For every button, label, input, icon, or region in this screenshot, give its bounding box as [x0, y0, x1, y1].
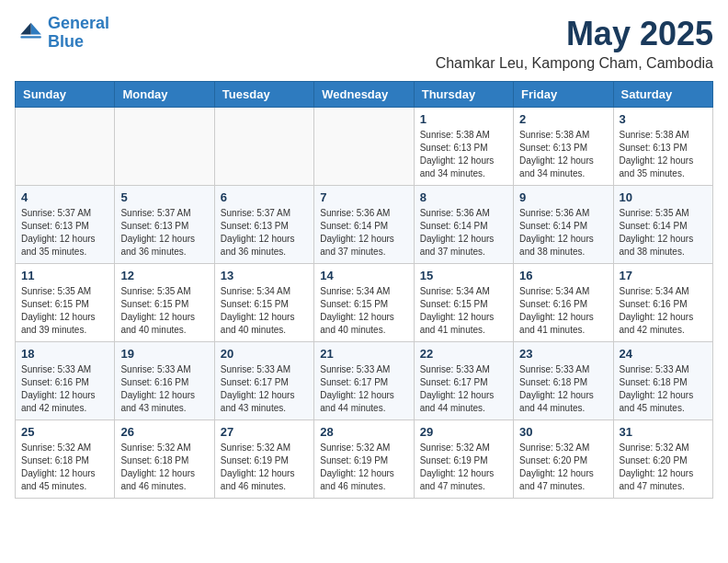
day-info: Sunrise: 5:33 AM Sunset: 6:18 PM Dayligh… [519, 363, 607, 415]
logo-icon [15, 18, 44, 48]
day-info: Sunrise: 5:33 AM Sunset: 6:17 PM Dayligh… [420, 363, 507, 415]
calendar-cell: 19Sunrise: 5:33 AM Sunset: 6:16 PM Dayli… [115, 342, 214, 420]
day-info: Sunrise: 5:38 AM Sunset: 6:13 PM Dayligh… [420, 129, 507, 180]
calendar-cell: 18Sunrise: 5:33 AM Sunset: 6:16 PM Dayli… [16, 342, 115, 420]
weekday-header: Friday [514, 82, 613, 108]
day-number: 10 [620, 190, 707, 204]
day-number: 3 [620, 112, 707, 126]
calendar-cell: 2Sunrise: 5:38 AM Sunset: 6:13 PM Daylig… [514, 108, 613, 186]
day-info: Sunrise: 5:37 AM Sunset: 6:13 PM Dayligh… [21, 207, 108, 259]
calendar-table: SundayMondayTuesdayWednesdayThursdayFrid… [15, 81, 713, 499]
day-info: Sunrise: 5:32 AM Sunset: 6:18 PM Dayligh… [21, 442, 108, 493]
svg-marker-1 [20, 23, 30, 35]
day-number: 15 [420, 269, 507, 282]
calendar-cell: 17Sunrise: 5:34 AM Sunset: 6:16 PM Dayli… [613, 264, 712, 342]
day-number: 28 [320, 425, 407, 439]
logo-general: General [48, 14, 109, 32]
day-number: 9 [519, 190, 607, 204]
calendar-cell: 16Sunrise: 5:34 AM Sunset: 6:16 PM Dayli… [514, 264, 613, 342]
day-info: Sunrise: 5:35 AM Sunset: 6:15 PM Dayligh… [21, 285, 108, 337]
day-info: Sunrise: 5:34 AM Sunset: 6:15 PM Dayligh… [221, 285, 308, 337]
calendar-cell: 26Sunrise: 5:32 AM Sunset: 6:18 PM Dayli… [115, 420, 214, 499]
calendar-cell [16, 108, 115, 186]
day-number: 21 [320, 347, 407, 361]
day-info: Sunrise: 5:38 AM Sunset: 6:13 PM Dayligh… [620, 129, 707, 180]
day-info: Sunrise: 5:32 AM Sunset: 6:18 PM Dayligh… [120, 442, 208, 493]
weekday-header: Saturday [613, 82, 712, 108]
calendar-cell: 11Sunrise: 5:35 AM Sunset: 6:15 PM Dayli… [16, 264, 115, 342]
calendar-cell: 31Sunrise: 5:32 AM Sunset: 6:20 PM Dayli… [613, 420, 712, 499]
calendar-week-row: 11Sunrise: 5:35 AM Sunset: 6:15 PM Dayli… [16, 264, 713, 342]
weekday-header: Tuesday [214, 82, 313, 108]
calendar-cell: 13Sunrise: 5:34 AM Sunset: 6:15 PM Dayli… [214, 264, 313, 342]
day-number: 7 [320, 190, 407, 204]
day-info: Sunrise: 5:33 AM Sunset: 6:16 PM Dayligh… [21, 363, 108, 415]
day-info: Sunrise: 5:32 AM Sunset: 6:19 PM Dayligh… [320, 442, 407, 493]
calendar-cell [115, 108, 214, 186]
day-info: Sunrise: 5:34 AM Sunset: 6:16 PM Dayligh… [519, 285, 607, 337]
calendar-cell: 10Sunrise: 5:35 AM Sunset: 6:14 PM Dayli… [613, 186, 712, 264]
day-number: 24 [620, 347, 707, 361]
svg-marker-0 [31, 23, 41, 35]
day-info: Sunrise: 5:33 AM Sunset: 6:17 PM Dayligh… [320, 363, 407, 415]
weekday-header: Thursday [414, 82, 513, 108]
day-number: 30 [519, 425, 607, 439]
day-number: 6 [221, 190, 308, 204]
weekday-header: Monday [115, 82, 214, 108]
calendar-week-row: 1Sunrise: 5:38 AM Sunset: 6:13 PM Daylig… [16, 108, 713, 186]
day-info: Sunrise: 5:32 AM Sunset: 6:20 PM Dayligh… [620, 442, 707, 493]
calendar-header-row: SundayMondayTuesdayWednesdayThursdayFrid… [16, 82, 713, 108]
logo-text: General Blue [48, 15, 109, 52]
calendar-cell: 28Sunrise: 5:32 AM Sunset: 6:19 PM Dayli… [314, 420, 414, 499]
calendar-week-row: 25Sunrise: 5:32 AM Sunset: 6:18 PM Dayli… [16, 420, 713, 499]
calendar-cell: 29Sunrise: 5:32 AM Sunset: 6:19 PM Dayli… [414, 420, 513, 499]
day-number: 23 [519, 347, 607, 361]
calendar-cell: 8Sunrise: 5:36 AM Sunset: 6:14 PM Daylig… [414, 186, 513, 264]
calendar-cell: 14Sunrise: 5:34 AM Sunset: 6:15 PM Dayli… [314, 264, 414, 342]
day-info: Sunrise: 5:32 AM Sunset: 6:19 PM Dayligh… [420, 442, 507, 493]
weekday-header: Sunday [16, 82, 115, 108]
day-number: 1 [420, 112, 507, 126]
calendar-cell: 4Sunrise: 5:37 AM Sunset: 6:13 PM Daylig… [16, 186, 115, 264]
day-info: Sunrise: 5:34 AM Sunset: 6:15 PM Dayligh… [320, 285, 407, 337]
day-number: 17 [620, 269, 707, 282]
day-number: 31 [620, 425, 707, 439]
day-info: Sunrise: 5:37 AM Sunset: 6:13 PM Dayligh… [120, 207, 208, 259]
day-number: 19 [120, 347, 208, 361]
calendar-cell [314, 108, 414, 186]
day-number: 27 [221, 425, 308, 439]
calendar-cell: 15Sunrise: 5:34 AM Sunset: 6:15 PM Dayli… [414, 264, 513, 342]
calendar-cell: 9Sunrise: 5:36 AM Sunset: 6:14 PM Daylig… [514, 186, 613, 264]
calendar-cell: 21Sunrise: 5:33 AM Sunset: 6:17 PM Dayli… [314, 342, 414, 420]
day-info: Sunrise: 5:35 AM Sunset: 6:15 PM Dayligh… [120, 285, 208, 337]
calendar-cell: 20Sunrise: 5:33 AM Sunset: 6:17 PM Dayli… [214, 342, 313, 420]
calendar-cell: 6Sunrise: 5:37 AM Sunset: 6:13 PM Daylig… [214, 186, 313, 264]
svg-rect-2 [20, 36, 40, 38]
calendar-cell: 22Sunrise: 5:33 AM Sunset: 6:17 PM Dayli… [414, 342, 513, 420]
day-number: 8 [420, 190, 507, 204]
day-number: 4 [21, 190, 108, 204]
calendar-cell: 23Sunrise: 5:33 AM Sunset: 6:18 PM Dayli… [514, 342, 613, 420]
month-title: May 2025 [436, 15, 713, 53]
calendar-cell: 5Sunrise: 5:37 AM Sunset: 6:13 PM Daylig… [115, 186, 214, 264]
day-info: Sunrise: 5:34 AM Sunset: 6:16 PM Dayligh… [620, 285, 707, 337]
day-info: Sunrise: 5:36 AM Sunset: 6:14 PM Dayligh… [420, 207, 507, 259]
day-info: Sunrise: 5:36 AM Sunset: 6:14 PM Dayligh… [519, 207, 607, 259]
day-number: 13 [221, 269, 308, 282]
calendar-cell: 3Sunrise: 5:38 AM Sunset: 6:13 PM Daylig… [613, 108, 712, 186]
location-title: Chamkar Leu, Kampong Cham, Cambodia [436, 55, 713, 72]
calendar-cell: 1Sunrise: 5:38 AM Sunset: 6:13 PM Daylig… [414, 108, 513, 186]
day-info: Sunrise: 5:35 AM Sunset: 6:14 PM Dayligh… [620, 207, 707, 259]
day-number: 12 [120, 269, 208, 282]
calendar-cell: 24Sunrise: 5:33 AM Sunset: 6:18 PM Dayli… [613, 342, 712, 420]
day-number: 11 [21, 269, 108, 282]
day-info: Sunrise: 5:36 AM Sunset: 6:14 PM Dayligh… [320, 207, 407, 259]
day-number: 29 [420, 425, 507, 439]
calendar-cell: 30Sunrise: 5:32 AM Sunset: 6:20 PM Dayli… [514, 420, 613, 499]
day-number: 5 [120, 190, 208, 204]
day-number: 26 [120, 425, 208, 439]
day-info: Sunrise: 5:33 AM Sunset: 6:17 PM Dayligh… [221, 363, 308, 415]
day-number: 25 [21, 425, 108, 439]
day-number: 18 [21, 347, 108, 361]
logo: General Blue [15, 15, 109, 52]
